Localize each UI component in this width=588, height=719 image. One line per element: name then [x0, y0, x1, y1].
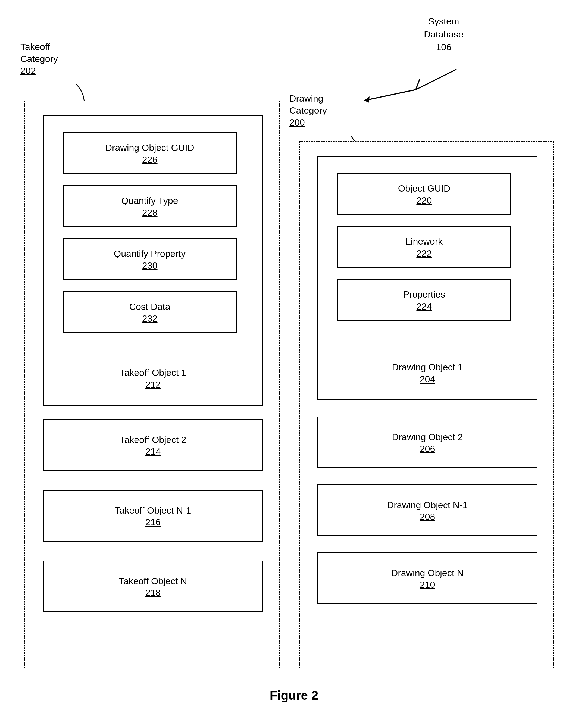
- object-guid-number: 220: [417, 195, 432, 206]
- linework-title: Linework: [406, 235, 443, 248]
- object-guid-box: Object GUID 220: [337, 173, 511, 215]
- drawing-object-1-box: Object GUID 220 Linework 222 Properties …: [317, 156, 538, 400]
- takeoff-object-n1-box: Takeoff Object N-1 216: [43, 490, 263, 542]
- drawing-object-n-title: Drawing Object N: [391, 567, 464, 579]
- takeoff-object-2-box: Takeoff Object 2 214: [43, 419, 263, 471]
- drawing-object-1-label: Drawing Object 1 204: [318, 361, 537, 384]
- quantify-property-box: Quantify Property 230: [63, 238, 237, 280]
- takeoff-object-n-number: 218: [145, 588, 161, 598]
- drawing-object-guid-title: Drawing Object GUID: [105, 141, 194, 154]
- figure-caption: Figure 2: [0, 688, 588, 703]
- quantify-type-title: Quantify Type: [121, 194, 178, 207]
- takeoff-object-n1-title: Takeoff Object N-1: [115, 504, 191, 517]
- drawing-object-n-box: Drawing Object N 210: [317, 552, 538, 604]
- takeoff-object-1-box: Drawing Object GUID 226 Quantify Type 22…: [43, 115, 263, 406]
- drawing-object-2-box: Drawing Object 2 206: [317, 417, 538, 468]
- drawing-object-n1-box: Drawing Object N-1 208: [317, 485, 538, 536]
- svg-line-2: [364, 90, 416, 101]
- drawing-object-n1-number: 208: [420, 511, 435, 522]
- takeoff-object-n-box: Takeoff Object N 218: [43, 561, 263, 612]
- quantify-property-number: 230: [142, 260, 158, 271]
- drawing-object-2-title: Drawing Object 2: [392, 431, 463, 444]
- object-guid-title: Object GUID: [398, 182, 450, 195]
- takeoff-object-1-label: Takeoff Object 1 212: [44, 366, 262, 390]
- drawing-object-2-number: 206: [420, 443, 435, 454]
- linework-number: 222: [417, 248, 432, 259]
- drawing-object-guid-box: Drawing Object GUID 226: [63, 132, 237, 174]
- drawing-category-label: Drawing Category 200: [289, 92, 327, 129]
- linework-box: Linework 222: [337, 226, 511, 268]
- cost-data-box: Cost Data 232: [63, 291, 237, 333]
- drawing-object-guid-number: 226: [142, 154, 158, 165]
- svg-line-1: [416, 79, 420, 90]
- properties-number: 224: [417, 301, 432, 312]
- takeoff-object-n-title: Takeoff Object N: [119, 575, 187, 588]
- properties-title: Properties: [403, 288, 445, 301]
- drawing-category-box: Object GUID 220 Linework 222 Properties …: [299, 141, 554, 669]
- drawing-object-n-number: 210: [420, 579, 435, 590]
- takeoff-category-box: Drawing Object GUID 226 Quantify Type 22…: [24, 101, 280, 669]
- svg-line-0: [416, 69, 457, 90]
- quantify-property-title: Quantify Property: [114, 247, 186, 260]
- drawing-object-n1-title: Drawing Object N-1: [387, 499, 468, 512]
- properties-box: Properties 224: [337, 279, 511, 321]
- takeoff-object-2-title: Takeoff Object 2: [120, 433, 186, 446]
- svg-marker-3: [364, 97, 370, 103]
- quantify-type-box: Quantify Type 228: [63, 185, 237, 227]
- system-database-label: System Database 106: [424, 15, 464, 54]
- takeoff-object-2-number: 214: [145, 446, 161, 457]
- cost-data-title: Cost Data: [129, 300, 170, 313]
- cost-data-number: 232: [142, 313, 158, 324]
- takeoff-object-n1-number: 216: [145, 517, 161, 527]
- takeoff-category-label: Takeoff Category 202: [20, 41, 58, 77]
- quantify-type-number: 228: [142, 207, 158, 218]
